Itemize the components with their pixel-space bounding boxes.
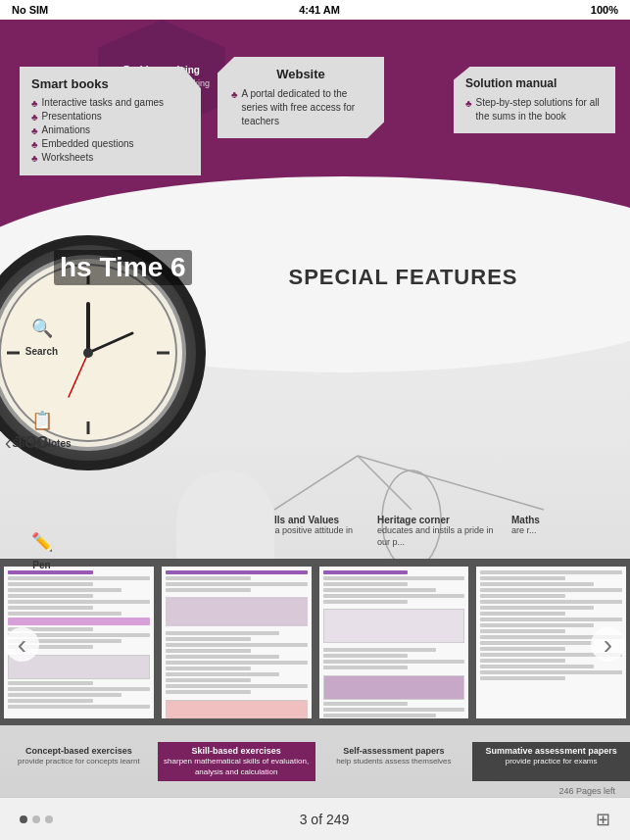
svg-line-11 [358,456,544,510]
toc-label: TOC [16,434,48,452]
heritage-area: Heritage corner educates and instils a p… [377,515,505,548]
list-item: ♣ Interactive tasks and games [31,97,189,109]
maths-title: Maths [511,515,609,525]
svg-line-9 [274,456,358,510]
pen-label: Pen [32,560,50,570]
summative-label: Summative assessment papers provide prac… [472,742,630,781]
smart-books-list: ♣ Interactive tasks and games ♣ Presenta… [31,97,189,164]
status-bar: No SIM 4:41 AM 100% [0,0,630,20]
concept-based-label: Concept-based exercises provide practice… [0,742,158,781]
signal-indicator: No SIM [12,4,48,16]
solution-manual-title: Solution manual [465,76,604,90]
bottom-feature-labels: Concept-based exercises provide practice… [0,742,630,781]
bottom-navigation: 3 of 249 ⊞ [0,797,630,840]
toc-arrow-icon: ‹ [5,431,12,454]
skill-based-label: Skill-based exercises sharpen mathematic… [158,742,315,781]
solution-manual-desc: ♣ Step-by-step solutions for all the sum… [465,96,604,124]
smart-books-title: Smart books [31,76,189,91]
list-item: ♣ Embedded questions [31,138,189,150]
thumbnail-strip [0,559,630,725]
solution-manual-card: Solution manual ♣ Step-by-step solutions… [454,67,615,133]
website-desc: ♣ A portal dedicated to the series with … [231,87,370,128]
battery-indicator: 100% [591,4,618,16]
heritage-sub: educates and instils a pride in our p... [377,525,505,548]
concept-based-desc: provide practice for concepts learnt [4,757,154,766]
maths-sub: are r... [511,525,609,537]
svg-point-8 [83,348,93,358]
club-icon: ♣ [31,139,38,150]
thumb-page [319,567,469,718]
smart-books-card: Smart books ♣ Interactive tasks and game… [20,67,201,175]
search-button[interactable]: 🔍 Search [0,314,83,357]
club-icon: ♣ [31,153,38,164]
self-assessment-label: Self-assessment papers help students ass… [315,742,473,781]
skill-based-title: Skill-based exercises [162,746,312,758]
search-label: Search [25,346,58,357]
dot [45,815,53,823]
list-item: ♣ Animations [31,124,189,136]
maths-area: Maths are r... [511,515,609,537]
thumb-page [162,567,312,718]
book-title-label: hs Time 6 [54,250,192,285]
svg-line-10 [358,456,412,510]
list-item: ♣ Presentations [31,111,189,123]
search-icon: 🔍 [27,314,57,343]
concept-based-title: Concept-based exercises [4,746,154,758]
pen-button[interactable]: ✏️ Pen [0,527,83,570]
summative-title: Summative assessment papers [476,746,626,758]
grid-view-icon[interactable]: ⊞ [596,809,610,830]
heritage-title: Heritage corner [377,515,505,525]
toc-button[interactable]: ‹ TOC [5,431,48,454]
dot [32,815,40,823]
website-title: Website [231,67,370,81]
page-content: Smart books ♣ Interactive tasks and game… [0,20,630,840]
special-features-area: SPECIAL FEATURES [176,265,630,310]
club-icon: ♣ [231,88,238,128]
summative-desc: provide practice for exams [476,757,626,766]
pages-left-indicator: 246 Pages left [558,786,615,796]
time-display: 4:41 AM [299,4,340,16]
club-icon: ♣ [31,125,38,136]
page-dots [20,815,53,823]
nav-previous-button[interactable]: ‹ [5,627,39,662]
thumbnail-3[interactable] [319,567,469,718]
self-assessment-title: Self-assessment papers [319,746,469,758]
list-item: ♣ Worksheets [31,152,189,164]
skill-based-desc: sharpen mathematical skills of evaluatio… [162,757,312,777]
club-icon: ♣ [465,97,472,124]
special-features-title: SPECIAL FEATURES [176,265,630,290]
website-card: Website ♣ A portal dedicated to the seri… [218,57,384,138]
self-assessment-desc: help students assess themselves [319,757,469,766]
nav-next-button[interactable]: › [591,627,625,662]
thumbnail-2[interactable] [162,567,312,718]
club-icon: ♣ [31,98,38,109]
pen-icon: ✏️ [27,527,57,557]
dot-active [20,815,27,823]
club-icon: ♣ [31,112,38,123]
page-counter: 3 of 249 [300,812,350,827]
